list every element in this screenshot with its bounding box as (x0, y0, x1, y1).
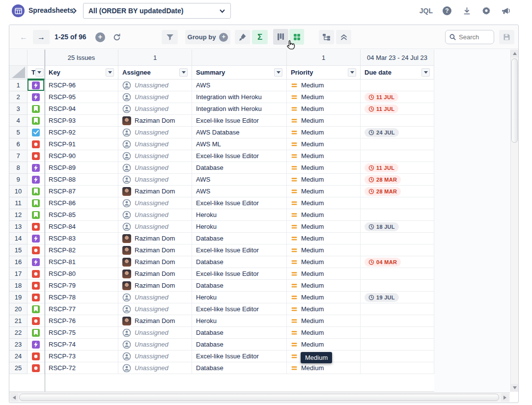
summary-cell[interactable]: Excel-like Issue Editor (192, 268, 287, 280)
priority-cell[interactable]: Medium (287, 174, 361, 186)
priority-cell[interactable]: Medium (287, 186, 361, 197)
row-number-cell[interactable]: 5 (9, 127, 28, 138)
assignee-cell[interactable]: Unassigned (118, 150, 192, 162)
priority-cell[interactable]: Medium (287, 280, 361, 292)
assignee-cell[interactable]: Raziman Dom (118, 115, 192, 127)
priority-cell[interactable]: Medium (287, 150, 361, 162)
jql-button[interactable]: JQL (420, 7, 433, 15)
due-date-cell[interactable] (361, 197, 434, 209)
due-date-cell[interactable] (361, 280, 434, 292)
issue-key-cell[interactable]: RSCP-93 (45, 115, 118, 127)
due-date-cell[interactable] (361, 150, 434, 162)
assignee-cell[interactable]: Unassigned (118, 327, 192, 339)
due-date-cell[interactable]: 11 JUL (361, 103, 434, 115)
priority-cell[interactable]: Medium (287, 103, 361, 115)
row-number-cell[interactable]: 14 (9, 233, 28, 244)
assignee-cell[interactable]: Unassigned (118, 209, 192, 221)
row-number-cell[interactable]: 16 (9, 256, 28, 268)
issue-type-cell[interactable] (28, 303, 45, 315)
vertical-scrollbar[interactable] (510, 50, 518, 392)
priority-cell[interactable]: Medium (287, 209, 361, 221)
columns-button[interactable] (273, 29, 288, 45)
priority-cell[interactable]: Medium (287, 127, 361, 138)
summary-cell[interactable]: Database (192, 362, 287, 374)
priority-cell[interactable]: Medium (287, 138, 361, 150)
due-date-cell[interactable] (361, 268, 434, 280)
due-date-cell[interactable]: 28 MAR (361, 186, 434, 197)
summary-cell[interactable]: Database (192, 280, 287, 292)
column-header-key[interactable]: Key (45, 66, 118, 80)
row-number-cell[interactable]: 23 (9, 339, 28, 351)
due-date-cell[interactable] (361, 362, 434, 374)
row-number-cell[interactable]: 22 (9, 327, 28, 339)
issue-key-cell[interactable]: RSCP-79 (45, 280, 118, 292)
assignee-cell[interactable]: Unassigned (118, 303, 192, 315)
priority-filter-dropdown[interactable] (348, 68, 356, 77)
horizontal-scrollbar[interactable] (9, 392, 510, 402)
issue-key-cell[interactable]: RSCP-75 (45, 327, 118, 339)
issue-type-cell[interactable] (28, 339, 45, 351)
collapse-all-button[interactable] (336, 30, 351, 44)
priority-cell[interactable]: Medium (287, 327, 361, 339)
row-number-cell[interactable]: 25 (9, 362, 28, 374)
due-date-cell[interactable] (361, 138, 434, 150)
next-page-button[interactable]: → (33, 30, 50, 44)
issue-key-cell[interactable]: RSCP-96 (45, 80, 118, 91)
issue-key-cell[interactable]: RSCP-77 (45, 303, 118, 315)
priority-cell[interactable]: Medium (287, 91, 361, 103)
summary-cell[interactable]: Database (192, 256, 287, 268)
issue-type-cell[interactable] (28, 280, 45, 292)
issue-type-cell[interactable] (28, 162, 45, 174)
assignee-cell[interactable]: Raziman Dom (118, 186, 192, 197)
issue-key-cell[interactable]: RSCP-86 (45, 197, 118, 209)
priority-cell[interactable]: Medium (287, 362, 361, 374)
due-date-filter-dropdown[interactable] (421, 68, 430, 77)
due-date-cell[interactable]: 11 JUL (361, 162, 434, 174)
row-number-cell[interactable]: 6 (9, 138, 28, 150)
summary-cell[interactable]: Heroku (192, 209, 287, 221)
group-by-button[interactable]: Group by + (185, 30, 230, 44)
row-number-cell[interactable]: 18 (9, 280, 28, 292)
issue-key-cell[interactable]: RSCP-89 (45, 162, 118, 174)
assignee-cell[interactable]: Unassigned (118, 91, 192, 103)
issue-type-cell[interactable] (28, 197, 45, 209)
assignee-cell[interactable]: Unassigned (118, 197, 192, 209)
assignee-cell[interactable]: Unassigned (118, 80, 192, 91)
issue-key-cell[interactable]: RSCP-83 (45, 233, 118, 244)
column-header-priority[interactable]: Priority (287, 66, 361, 80)
summary-cell[interactable]: Excel-like Issue Editor (192, 351, 287, 362)
select-all-corner[interactable] (9, 66, 28, 80)
summary-cell[interactable]: Integration with Heroku (192, 91, 287, 103)
column-header-summary[interactable]: Summary (192, 66, 287, 80)
issue-key-cell[interactable]: RSCP-85 (45, 209, 118, 221)
issue-type-cell[interactable] (28, 127, 45, 138)
summary-cell[interactable]: Database (192, 162, 287, 174)
priority-cell[interactable]: Medium (287, 197, 361, 209)
issue-key-cell[interactable]: RSCP-73 (45, 351, 118, 362)
issue-key-cell[interactable]: RSCP-74 (45, 339, 118, 351)
assignee-cell[interactable]: Raziman Dom (118, 233, 192, 244)
issue-type-cell[interactable] (28, 268, 45, 280)
issue-type-cell[interactable] (28, 256, 45, 268)
issue-type-cell[interactable] (28, 174, 45, 186)
assignee-cell[interactable]: Unassigned (118, 162, 192, 174)
issue-key-cell[interactable]: RSCP-94 (45, 103, 118, 115)
paint-format-button[interactable] (235, 30, 250, 44)
assignee-cell[interactable]: Unassigned (118, 221, 192, 233)
row-number-cell[interactable]: 24 (9, 351, 28, 362)
assignee-cell[interactable]: Unassigned (118, 292, 192, 303)
issue-key-cell[interactable]: RSCP-76 (45, 315, 118, 327)
due-date-cell[interactable] (361, 244, 434, 256)
assignee-cell[interactable]: Unassigned (118, 103, 192, 115)
issue-key-cell[interactable]: RSCP-88 (45, 174, 118, 186)
column-header-assignee[interactable]: Assignee (118, 66, 192, 80)
priority-cell[interactable]: Medium (287, 244, 361, 256)
due-date-cell[interactable]: 11 JUL (361, 91, 434, 103)
issue-type-cell[interactable] (28, 209, 45, 221)
scroll-down-arrow[interactable] (511, 384, 518, 392)
summary-filter-dropdown[interactable] (274, 68, 282, 77)
issue-type-cell[interactable] (28, 292, 45, 303)
row-number-cell[interactable]: 15 (9, 244, 28, 256)
due-date-cell[interactable]: 04 MAR (361, 256, 434, 268)
issue-key-cell[interactable]: RSCP-81 (45, 256, 118, 268)
